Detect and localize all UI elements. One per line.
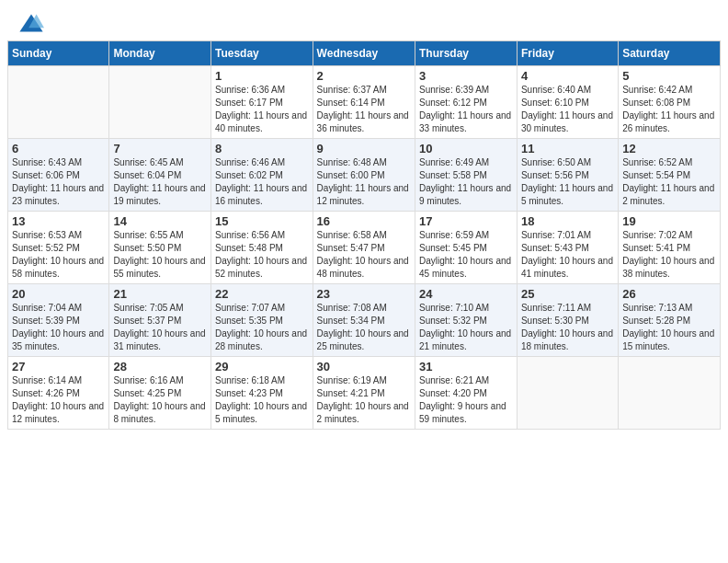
calendar-table: SundayMondayTuesdayWednesdayThursdayFrid… [7, 40, 721, 430]
day-number: 8 [215, 142, 309, 155]
day-detail: Sunrise: 6:56 AM Sunset: 5:48 PM Dayligh… [215, 229, 309, 281]
day-number: 9 [317, 142, 411, 155]
day-number: 17 [419, 214, 513, 228]
calendar-cell: 7Sunrise: 6:45 AM Sunset: 6:04 PM Daylig… [109, 139, 211, 212]
calendar-cell: 6Sunrise: 6:43 AM Sunset: 6:06 PM Daylig… [8, 139, 109, 212]
calendar-cell: 17Sunrise: 6:59 AM Sunset: 5:45 PM Dayli… [415, 212, 518, 284]
calendar-cell: 9Sunrise: 6:48 AM Sunset: 6:00 PM Daylig… [313, 139, 415, 212]
day-number: 11 [521, 142, 614, 155]
dow-header-saturday: Saturday [619, 41, 721, 66]
calendar-cell: 1Sunrise: 6:36 AM Sunset: 6:17 PM Daylig… [210, 66, 313, 139]
day-detail: Sunrise: 7:07 AM Sunset: 5:35 PM Dayligh… [215, 302, 309, 353]
day-detail: Sunrise: 6:36 AM Sunset: 6:17 PM Dayligh… [215, 84, 309, 135]
calendar-cell: 15Sunrise: 6:56 AM Sunset: 5:48 PM Dayli… [210, 212, 313, 284]
calendar-cell: 22Sunrise: 7:07 AM Sunset: 5:35 PM Dayli… [210, 284, 313, 357]
calendar-cell: 28Sunrise: 6:16 AM Sunset: 4:25 PM Dayli… [109, 357, 211, 430]
calendar-cell: 29Sunrise: 6:18 AM Sunset: 4:23 PM Dayli… [210, 357, 313, 430]
calendar-cell: 18Sunrise: 7:01 AM Sunset: 5:43 PM Dayli… [517, 212, 618, 284]
header [0, 0, 728, 40]
day-detail: Sunrise: 6:42 AM Sunset: 6:08 PM Dayligh… [622, 84, 716, 135]
day-number: 25 [521, 287, 614, 301]
day-number: 3 [419, 69, 513, 83]
day-detail: Sunrise: 6:19 AM Sunset: 4:21 PM Dayligh… [317, 374, 411, 426]
day-detail: Sunrise: 7:08 AM Sunset: 5:34 PM Dayligh… [317, 302, 411, 353]
day-number: 18 [521, 214, 614, 228]
calendar-week-row: 6Sunrise: 6:43 AM Sunset: 6:06 PM Daylig… [8, 139, 721, 212]
calendar-week-row: 27Sunrise: 6:14 AM Sunset: 4:26 PM Dayli… [8, 357, 721, 430]
day-number: 4 [521, 69, 614, 83]
day-detail: Sunrise: 6:55 AM Sunset: 5:50 PM Dayligh… [113, 229, 207, 281]
dow-header-friday: Friday [517, 41, 618, 66]
day-detail: Sunrise: 7:02 AM Sunset: 5:41 PM Dayligh… [622, 229, 716, 281]
dow-header-monday: Monday [109, 41, 211, 66]
calendar-cell [517, 357, 618, 430]
calendar-week-row: 13Sunrise: 6:53 AM Sunset: 5:52 PM Dayli… [8, 212, 721, 284]
calendar-week-row: 20Sunrise: 7:04 AM Sunset: 5:39 PM Dayli… [8, 284, 721, 357]
day-number: 23 [317, 287, 411, 301]
day-number: 16 [317, 214, 411, 228]
day-number: 27 [12, 360, 105, 373]
day-detail: Sunrise: 6:43 AM Sunset: 6:06 PM Dayligh… [12, 156, 105, 208]
calendar-cell: 26Sunrise: 7:13 AM Sunset: 5:28 PM Dayli… [619, 284, 721, 357]
calendar-cell [619, 357, 721, 430]
day-number: 6 [12, 142, 105, 155]
day-number: 31 [419, 360, 513, 373]
calendar-cell: 31Sunrise: 6:21 AM Sunset: 4:20 PM Dayli… [415, 357, 518, 430]
day-number: 15 [215, 214, 309, 228]
day-detail: Sunrise: 6:49 AM Sunset: 5:58 PM Dayligh… [419, 156, 513, 208]
calendar-cell: 2Sunrise: 6:37 AM Sunset: 6:14 PM Daylig… [313, 66, 415, 139]
day-detail: Sunrise: 7:04 AM Sunset: 5:39 PM Dayligh… [12, 302, 105, 353]
dow-header-thursday: Thursday [415, 41, 518, 66]
day-number: 19 [622, 214, 716, 228]
day-number: 5 [622, 69, 716, 83]
calendar-body: 1Sunrise: 6:36 AM Sunset: 6:17 PM Daylig… [8, 66, 721, 430]
calendar-week-row: 1Sunrise: 6:36 AM Sunset: 6:17 PM Daylig… [8, 66, 721, 139]
day-detail: Sunrise: 6:46 AM Sunset: 6:02 PM Dayligh… [215, 156, 309, 208]
logo-icon [18, 11, 44, 37]
day-detail: Sunrise: 6:53 AM Sunset: 5:52 PM Dayligh… [12, 229, 105, 281]
calendar-cell: 25Sunrise: 7:11 AM Sunset: 5:30 PM Dayli… [517, 284, 618, 357]
dow-header-wednesday: Wednesday [313, 41, 415, 66]
day-number: 2 [317, 69, 411, 83]
day-number: 22 [215, 287, 309, 301]
day-number: 30 [317, 360, 411, 373]
calendar-cell: 11Sunrise: 6:50 AM Sunset: 5:56 PM Dayli… [517, 139, 618, 212]
dow-header-sunday: Sunday [8, 41, 109, 66]
calendar-cell: 4Sunrise: 6:40 AM Sunset: 6:10 PM Daylig… [517, 66, 618, 139]
day-detail: Sunrise: 6:52 AM Sunset: 5:54 PM Dayligh… [622, 156, 716, 208]
calendar-cell: 14Sunrise: 6:55 AM Sunset: 5:50 PM Dayli… [109, 212, 211, 284]
day-number: 1 [215, 69, 309, 83]
day-detail: Sunrise: 7:10 AM Sunset: 5:32 PM Dayligh… [419, 302, 513, 353]
calendar-cell: 24Sunrise: 7:10 AM Sunset: 5:32 PM Dayli… [415, 284, 518, 357]
calendar-cell: 10Sunrise: 6:49 AM Sunset: 5:58 PM Dayli… [415, 139, 518, 212]
calendar-cell: 5Sunrise: 6:42 AM Sunset: 6:08 PM Daylig… [619, 66, 721, 139]
day-number: 7 [113, 142, 207, 155]
day-detail: Sunrise: 6:40 AM Sunset: 6:10 PM Dayligh… [521, 84, 614, 135]
day-number: 21 [113, 287, 207, 301]
calendar-cell [109, 66, 211, 139]
day-detail: Sunrise: 6:59 AM Sunset: 5:45 PM Dayligh… [419, 229, 513, 281]
day-detail: Sunrise: 6:16 AM Sunset: 4:25 PM Dayligh… [113, 374, 207, 426]
calendar-cell: 8Sunrise: 6:46 AM Sunset: 6:02 PM Daylig… [210, 139, 313, 212]
day-number: 24 [419, 287, 513, 301]
day-detail: Sunrise: 6:18 AM Sunset: 4:23 PM Dayligh… [215, 374, 309, 426]
day-number: 10 [419, 142, 513, 155]
day-detail: Sunrise: 6:48 AM Sunset: 6:00 PM Dayligh… [317, 156, 411, 208]
day-number: 26 [622, 287, 716, 301]
days-of-week-row: SundayMondayTuesdayWednesdayThursdayFrid… [8, 41, 721, 66]
logo [18, 11, 46, 37]
calendar-cell: 30Sunrise: 6:19 AM Sunset: 4:21 PM Dayli… [313, 357, 415, 430]
day-detail: Sunrise: 7:01 AM Sunset: 5:43 PM Dayligh… [521, 229, 614, 281]
day-detail: Sunrise: 6:39 AM Sunset: 6:12 PM Dayligh… [419, 84, 513, 135]
calendar-cell: 13Sunrise: 6:53 AM Sunset: 5:52 PM Dayli… [8, 212, 109, 284]
calendar-cell: 19Sunrise: 7:02 AM Sunset: 5:41 PM Dayli… [619, 212, 721, 284]
day-detail: Sunrise: 6:37 AM Sunset: 6:14 PM Dayligh… [317, 84, 411, 135]
day-detail: Sunrise: 6:58 AM Sunset: 5:47 PM Dayligh… [317, 229, 411, 281]
day-detail: Sunrise: 7:11 AM Sunset: 5:30 PM Dayligh… [521, 302, 614, 353]
calendar-cell: 23Sunrise: 7:08 AM Sunset: 5:34 PM Dayli… [313, 284, 415, 357]
dow-header-tuesday: Tuesday [210, 41, 313, 66]
day-detail: Sunrise: 6:50 AM Sunset: 5:56 PM Dayligh… [521, 156, 614, 208]
calendar-cell: 3Sunrise: 6:39 AM Sunset: 6:12 PM Daylig… [415, 66, 518, 139]
calendar-cell: 21Sunrise: 7:05 AM Sunset: 5:37 PM Dayli… [109, 284, 211, 357]
day-detail: Sunrise: 6:21 AM Sunset: 4:20 PM Dayligh… [419, 374, 513, 426]
